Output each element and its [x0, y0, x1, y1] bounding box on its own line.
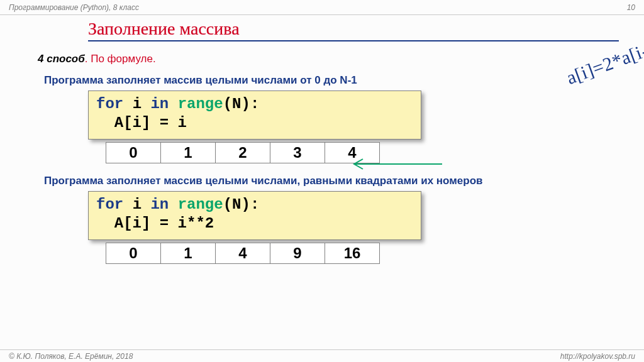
green-arrow-icon: [349, 155, 443, 173]
var-i: i: [133, 96, 142, 112]
kw-in: in: [150, 196, 169, 213]
range-arg: (N):: [223, 196, 260, 213]
footer-bar: © К.Ю. Поляков, Е.А. Ерёмин, 2018 http:/…: [0, 349, 644, 362]
example-block-1: Программа заполняет массив целыми числам…: [88, 74, 619, 163]
footer-url: http://kpolyakov.spb.ru: [560, 352, 635, 361]
method-line: 4 способ. По формуле.: [38, 53, 619, 65]
copyright: © К.Ю. Поляков, Е.А. Ерёмин, 2018: [9, 352, 133, 361]
array-cell: 9: [270, 243, 325, 264]
example-block-2: Программа заполняет массив целыми числам…: [88, 175, 619, 264]
code-line-2: A[i] = i**2: [96, 215, 214, 232]
code-box-2: for i in range(N): A[i] = i**2: [88, 191, 421, 240]
slide-body: Заполнение массива 4 способ. По формуле.…: [0, 15, 644, 264]
array-cell: 3: [270, 142, 325, 163]
array-cell: 0: [106, 243, 161, 264]
kw-for: for: [96, 196, 123, 213]
course-label: Программирование (Python), 8 класс: [9, 3, 139, 12]
var-i: i: [133, 196, 142, 213]
method-label: 4 способ: [38, 53, 85, 65]
kw-range: range: [178, 96, 223, 112]
kw-for: for: [96, 96, 123, 112]
array-cell: 4: [215, 243, 270, 264]
method-text: . По формуле.: [85, 53, 156, 65]
desc-2: Программа заполняет массив целыми числам…: [44, 175, 619, 187]
code-box-1: for i in range(N): A[i] = i: [88, 90, 421, 140]
array-cell: 0: [106, 142, 161, 163]
code-line-2: A[i] = i: [96, 114, 187, 131]
array-cell: 2: [215, 142, 270, 163]
array-cell: 1: [160, 243, 216, 264]
header-bar: Программирование (Python), 8 класс 10: [0, 0, 644, 15]
range-arg: (N):: [223, 96, 260, 112]
page-title: Заполнение массива: [88, 19, 619, 41]
kw-in: in: [150, 96, 169, 112]
desc-1: Программа заполняет массив целыми числам…: [44, 74, 619, 87]
array-cell: 1: [160, 142, 216, 163]
page-number: 10: [627, 3, 635, 12]
array-cell: 16: [325, 243, 380, 264]
kw-range: range: [178, 196, 223, 213]
array-row-2: 0 1 4 9 16: [106, 243, 619, 264]
